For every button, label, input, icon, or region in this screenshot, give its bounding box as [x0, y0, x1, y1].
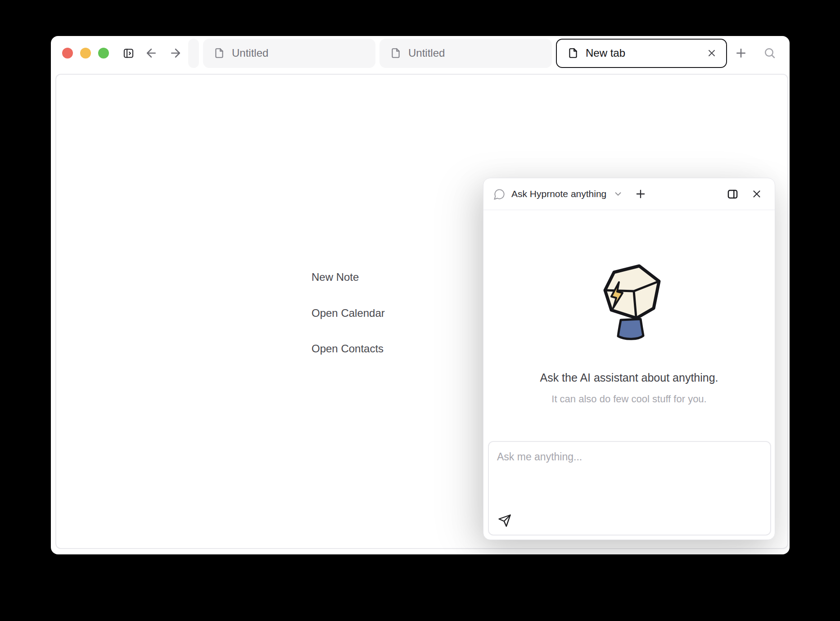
send-button[interactable]	[498, 514, 511, 527]
tab-label: Untitled	[232, 47, 268, 59]
forward-button[interactable]	[169, 46, 182, 60]
document-icon	[390, 47, 402, 59]
main-content-area: New Note Open Calendar Open Contacts Ask…	[55, 74, 788, 549]
tab-close-button[interactable]	[706, 48, 717, 58]
new-chat-plus-icon	[634, 188, 647, 200]
tab-untitled-1[interactable]: Untitled	[203, 39, 375, 68]
assistant-panel-header: Ask Hyprnote anything	[483, 178, 775, 210]
assistant-panel-title: Ask Hyprnote anything	[511, 189, 606, 199]
chat-input[interactable]	[489, 442, 770, 505]
forward-arrow-icon	[169, 46, 182, 60]
open-contacts-link[interactable]: Open Contacts	[312, 342, 384, 356]
split-panel-icon	[727, 188, 739, 200]
back-arrow-icon	[145, 46, 158, 60]
split-panel-button[interactable]	[727, 188, 739, 200]
titlebar: Untitled Untitled New tab	[51, 36, 790, 70]
open-calendar-link[interactable]: Open Calendar	[312, 306, 385, 320]
sidebar-toggle-button[interactable]	[122, 47, 135, 59]
ai-assistant-panel: Ask Hyprnote anything	[483, 178, 775, 540]
chat-bubble-icon	[493, 188, 506, 200]
traffic-lights	[62, 48, 109, 58]
document-icon	[213, 47, 225, 59]
close-icon	[706, 48, 717, 58]
minimize-window-button[interactable]	[80, 48, 91, 58]
new-chat-button[interactable]	[634, 188, 647, 200]
tab-new-tab-active[interactable]: New tab	[556, 39, 727, 68]
assistant-title-dropdown[interactable]: Ask Hyprnote anything	[493, 188, 623, 200]
new-note-link[interactable]: New Note	[312, 270, 359, 284]
chevron-down-icon	[613, 189, 623, 199]
assistant-subtext: It can also do few cool stuff for you.	[483, 393, 775, 405]
search-button[interactable]	[763, 46, 777, 60]
close-window-button[interactable]	[62, 48, 73, 58]
sidebar-toggle-icon	[122, 47, 135, 59]
document-icon	[567, 47, 579, 59]
chat-input-container	[488, 441, 771, 536]
new-tab-plus-icon	[734, 46, 748, 60]
tab-untitled-2[interactable]: Untitled	[379, 39, 552, 68]
tab-label: Untitled	[408, 47, 445, 59]
tab-label: New tab	[586, 47, 625, 59]
search-icon	[763, 46, 777, 60]
assistant-headline: Ask the AI assistant about anything.	[483, 370, 775, 385]
zoom-window-button[interactable]	[98, 48, 109, 58]
send-icon	[498, 514, 511, 527]
app-window: Untitled Untitled New tab	[51, 36, 790, 554]
tab-strip-handle	[188, 39, 199, 68]
close-icon	[751, 188, 763, 200]
hyprnote-mascot	[596, 263, 663, 341]
assistant-close-button[interactable]	[751, 188, 763, 200]
new-tab-button[interactable]	[734, 46, 748, 60]
assistant-empty-state: Ask the AI assistant about anything. It …	[483, 210, 775, 405]
back-button[interactable]	[145, 46, 158, 60]
